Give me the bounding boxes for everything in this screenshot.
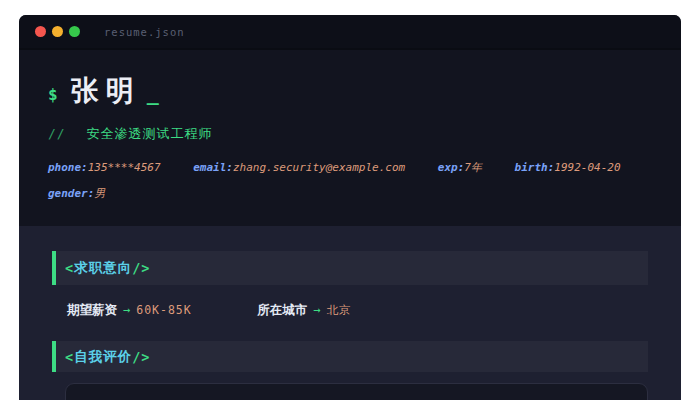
section-title-self-evaluation: 自我评价 <box>74 348 132 366</box>
expected-salary-item: 期望薪资→60K-85K <box>67 302 192 317</box>
section-title-job-objective: 求职意向 <box>74 259 132 277</box>
preferred-city-value: 北京 <box>326 303 351 317</box>
section-header-self-evaluation: <自我评价/> <box>52 341 648 372</box>
job-objective-row: 期望薪资→60K-85K 所在城市→北京 <box>67 302 648 319</box>
experience-value: 7年 <box>464 161 482 174</box>
birth-value: 1992-04-20 <box>554 161 620 174</box>
tag-open-bracket: < <box>65 349 74 365</box>
tag-close-bracket: /> <box>132 349 150 365</box>
terminal-prompt-symbol: $ <box>48 85 58 104</box>
terminal-window: resume.json $ 张明 _ // 安全渗透测试工程师 phone:13… <box>19 15 681 400</box>
maximize-window-button[interactable] <box>69 26 80 37</box>
job-title-row: // 安全渗透测试工程师 <box>48 125 681 143</box>
hero-section: $ 张明 _ // 安全渗透测试工程师 phone:135****4567 em… <box>19 50 681 226</box>
birth-field: birth:1992-04-20 <box>515 161 621 174</box>
minimize-window-button[interactable] <box>52 26 63 37</box>
contact-info-row-2: gender:男 <box>48 186 681 201</box>
close-window-button[interactable] <box>35 26 46 37</box>
experience-field: exp:7年 <box>438 161 482 174</box>
tag-open-bracket: < <box>65 260 74 276</box>
experience-label: exp: <box>438 161 465 174</box>
job-title: 安全渗透测试工程师 <box>86 126 212 141</box>
page-background: resume.json $ 张明 _ // 安全渗透测试工程师 phone:13… <box>0 0 700 400</box>
contact-info-row: phone:135****4567 email:zhang.security@e… <box>48 160 681 175</box>
terminal-cursor: _ <box>147 81 159 105</box>
window-title: resume.json <box>104 26 185 38</box>
gender-field: gender:男 <box>48 187 105 200</box>
phone-label: phone: <box>48 161 88 174</box>
gender-value: 男 <box>94 187 105 200</box>
preferred-city-label: 所在城市 <box>257 303 307 317</box>
section-header-job-objective: <求职意向/> <box>52 251 648 285</box>
name-row: $ 张明 _ <box>48 72 681 110</box>
email-label: email: <box>193 161 233 174</box>
candidate-name: 张明 <box>71 72 141 110</box>
self-evaluation-box: 专注网络安全与渗透测试7年，具备丰富的红队实战经验，精通Web应用、移动App、… <box>65 383 648 400</box>
expected-salary-value: 60K-85K <box>136 303 191 317</box>
preferred-city-item: 所在城市→北京 <box>257 302 351 317</box>
email-field: email:zhang.security@example.com <box>193 161 405 174</box>
comment-prefix: // <box>48 126 66 141</box>
gender-label: gender: <box>48 187 94 200</box>
phone-field: phone:135****4567 <box>48 161 161 174</box>
birth-label: birth: <box>515 161 555 174</box>
expected-salary-label: 期望薪资 <box>67 303 117 317</box>
email-value: zhang.security@example.com <box>233 161 405 174</box>
content-panel: <求职意向/> 期望薪资→60K-85K 所在城市→北京 <自我评价/> 专注网… <box>19 226 681 400</box>
tag-close-bracket: /> <box>132 260 150 276</box>
arrow-icon: → <box>313 303 320 317</box>
phone-value: 135****4567 <box>88 161 161 174</box>
arrow-icon: → <box>123 303 130 317</box>
window-titlebar: resume.json <box>19 15 681 50</box>
